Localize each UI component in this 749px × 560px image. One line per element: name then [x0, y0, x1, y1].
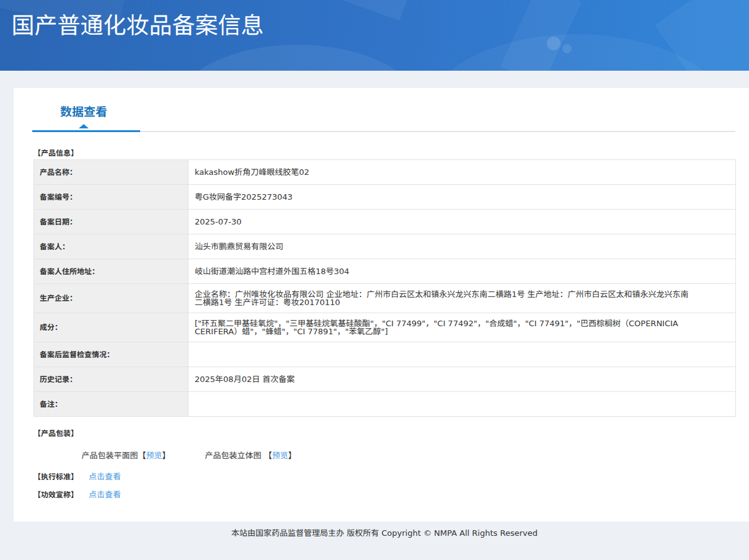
table-row: 备注： [34, 392, 736, 417]
standard-row: 【执行标准】点击查看 [33, 471, 735, 482]
row-value [188, 392, 736, 417]
row-label: 备案人： [34, 234, 188, 259]
row-value: 2025年08月02日 首次备案 [188, 367, 736, 392]
section-title-product-info: 【产品信息】 [33, 148, 735, 159]
packaging-stereo-group: 产品包装立体图【预览】 [205, 451, 296, 460]
row-label: 备案后监督检查情况： [34, 342, 188, 367]
table-row: 产品名称：kakashow折角刀峰眼线胶笔02 [34, 160, 736, 185]
row-value: ["环五聚二甲基硅氧烷"，"三甲基硅烷氧基硅酸酯"，"CI 77499"，"CI… [188, 313, 736, 342]
table-row: 备案人：汕头市鹏鼎贸易有限公司 [34, 234, 736, 259]
content-card: 数据查看 【产品信息】 产品名称：kakashow折角刀峰眼线胶笔02备案编号：… [14, 88, 749, 522]
row-value: 汕头市鹏鼎贸易有限公司 [188, 234, 736, 259]
banner-decor-circle-small [562, 44, 572, 53]
row-label: 备案日期： [34, 210, 188, 234]
bracket-open: 【 [264, 451, 272, 460]
packaging-preview-row: 产品包装平面图【预览】产品包装立体图【预览】 [33, 450, 735, 461]
packaging-flat-preview-link[interactable]: 预览 [146, 451, 162, 460]
row-value [188, 342, 736, 367]
table-row: 备案人住所地址：岐山街道潮汕路中宫村道外围五格18号304 [34, 259, 736, 284]
row-label: 备注： [34, 392, 188, 417]
page-title: 国产普通化妆品备案信息 [12, 11, 264, 42]
packaging-flat-group: 产品包装平面图【预览】 [82, 451, 171, 460]
page: { "banner": { "title": "国产普通化妆品备案信息" }, … [0, 0, 749, 560]
page-banner: 国产普通化妆品备案信息 [0, 0, 749, 71]
efficacy-row: 【功效宣称】点击查看 [33, 489, 735, 500]
row-label: 生产企业： [34, 284, 188, 313]
section-title-efficacy: 【功效宣称】 [33, 491, 78, 499]
bracket-close: 】 [162, 451, 171, 460]
row-value: 2025-07-30 [188, 210, 736, 234]
table-row: 备案后监督检查情况： [34, 342, 736, 367]
table-row: 历史记录：2025年08月02日 首次备案 [34, 367, 736, 392]
banner-decor-ellipse-left [171, 45, 425, 71]
table-row: 备案编号：粤G妆网备字2025273043 [34, 185, 736, 210]
row-label: 历史记录： [34, 367, 188, 392]
tabs-bar: 数据查看 [33, 88, 735, 132]
bracket-close: 】 [288, 451, 296, 460]
row-label: 备案编号： [34, 185, 188, 210]
efficacy-click-view-link[interactable]: 点击查看 [89, 490, 121, 499]
page-footer: 本站由国家药品监督管理局主办 版权所有 Copyright © NMPA All… [14, 527, 749, 538]
banner-decor-circle-large [547, 37, 561, 50]
row-value: 岐山街道潮汕路中宫村道外围五格18号304 [188, 259, 736, 284]
product-info-table: 产品名称：kakashow折角刀峰眼线胶笔02备案编号：粤G妆网备字202527… [33, 159, 736, 417]
tab-data-view-label: 数据查看 [60, 105, 107, 118]
table-row: 成分：["环五聚二甲基硅氧烷"，"三甲基硅烷氧基硅酸酯"，"CI 77499"，… [34, 313, 736, 342]
packaging-stereo-preview-link[interactable]: 预览 [272, 451, 288, 460]
table-row: 备案日期：2025-07-30 [34, 210, 736, 234]
bracket-open: 【 [138, 451, 146, 460]
row-label: 产品名称： [34, 160, 188, 185]
section-title-standard: 【执行标准】 [33, 473, 78, 481]
packaging-stereo-label: 产品包装立体图 [205, 451, 262, 460]
row-value: kakashow折角刀峰眼线胶笔02 [188, 160, 736, 185]
tab-data-view[interactable]: 数据查看 [32, 102, 140, 132]
footer-text: 本站由国家药品监督管理局主办 版权所有 Copyright © NMPA All… [231, 528, 538, 538]
row-label: 备案人住所地址： [34, 259, 188, 284]
banner-decor-notch [338, 0, 409, 21]
standard-click-view-link[interactable]: 点击查看 [89, 472, 121, 481]
row-value: 企业名称：广州唯妆化妆品有限公司 企业地址：广州市白云区太和镇永兴龙兴东南二横路… [188, 284, 736, 313]
section-title-packaging: 【产品包装】 [33, 429, 735, 439]
table-row: 生产企业：企业名称：广州唯妆化妆品有限公司 企业地址：广州市白云区太和镇永兴龙兴… [34, 284, 736, 313]
active-tab-arrow-icon [79, 124, 89, 128]
row-value: 粤G妆网备字2025273043 [188, 185, 736, 210]
row-label: 成分： [34, 313, 188, 342]
packaging-flat-label: 产品包装平面图 [82, 451, 138, 460]
